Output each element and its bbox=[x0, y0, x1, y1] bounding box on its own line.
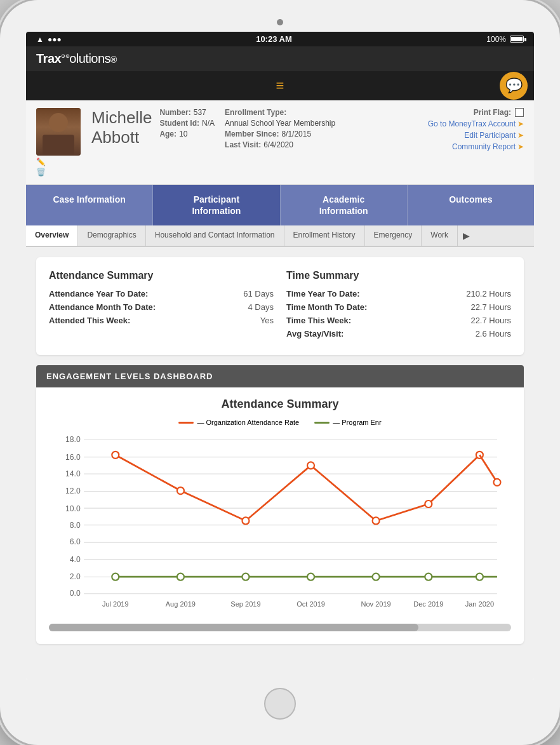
attendance-chart: .grid-line { stroke: #ddd; stroke-width:… bbox=[49, 433, 511, 615]
x-label-dec2019: Dec 2019 bbox=[413, 600, 443, 608]
nav-bar: ≡ 💬 bbox=[26, 71, 534, 100]
prog-point-6 bbox=[425, 574, 432, 581]
org-attendance-line bbox=[116, 455, 480, 521]
org-point-2 bbox=[177, 487, 184, 494]
org-point-5 bbox=[373, 518, 380, 525]
app-header: Trax⊙⊙olutions® bbox=[26, 46, 534, 71]
tab-case-information[interactable]: Case Information bbox=[26, 185, 153, 225]
battery-icon bbox=[510, 36, 524, 43]
org-point-1 bbox=[112, 452, 119, 459]
time-summary-section: Time Summary Time Year To Date: 210.2 Ho… bbox=[286, 270, 511, 342]
info-student-id: Student Id: N/A bbox=[159, 119, 215, 128]
subtab-more-icon[interactable]: ▶ bbox=[458, 225, 475, 246]
prog-point-1 bbox=[112, 574, 119, 581]
time-year-row: Time Year To Date: 210.2 Hours bbox=[286, 289, 511, 299]
tab-outcomes[interactable]: Outcomes bbox=[408, 185, 534, 225]
edit-avatar-icon[interactable]: ✏️ bbox=[36, 158, 84, 166]
profile-area: ✏️ 🗑️ Michelle Abbott Number: 537 bbox=[26, 100, 534, 185]
subtab-demographics[interactable]: Demographics bbox=[78, 225, 145, 246]
chart-legend: — Organization Attendance Rate — Program… bbox=[49, 419, 511, 426]
profile-actions: Print Flag: Go to MoneyTrax Account ➤ Ed… bbox=[428, 108, 524, 151]
home-button[interactable] bbox=[264, 688, 296, 720]
community-report-link[interactable]: Community Report ➤ bbox=[428, 142, 524, 151]
status-bar: ▲ ●●● 10:23 AM 100% bbox=[26, 32, 534, 46]
chart-title: Attendance Summary bbox=[49, 398, 511, 411]
svg-text:18.0: 18.0 bbox=[65, 436, 81, 445]
prog-point-4 bbox=[307, 574, 314, 581]
subtab-enrollment-history[interactable]: Enrollment History bbox=[284, 225, 365, 246]
status-time: 10:23 AM bbox=[256, 34, 292, 44]
tab-participant-information[interactable]: ParticipantInformation bbox=[153, 185, 280, 225]
chart-container: .grid-line { stroke: #ddd; stroke-width:… bbox=[49, 433, 511, 617]
attendance-summary-title: Attendance Summary bbox=[49, 270, 274, 281]
subtab-household[interactable]: Household and Contact Information bbox=[146, 225, 284, 246]
legend-program-line bbox=[314, 422, 330, 424]
chat-button[interactable]: 💬 bbox=[500, 72, 528, 100]
info-col-left: Number: 537 Student Id: N/A Age: 10 bbox=[159, 108, 215, 149]
attendance-summary-section: Attendance Summary Attendance Year To Da… bbox=[49, 270, 274, 342]
sub-tabs: Overview Demographics Household and Cont… bbox=[26, 225, 534, 247]
avg-stay-row: Avg Stay/Visit: 2.6 Hours bbox=[286, 329, 511, 339]
svg-text:4.0: 4.0 bbox=[70, 555, 81, 564]
subtab-emergency[interactable]: Emergency bbox=[365, 225, 422, 246]
svg-text:10.0: 10.0 bbox=[65, 504, 81, 513]
chat-icon: 💬 bbox=[505, 77, 523, 94]
tablet-screen: ▲ ●●● 10:23 AM 100% Trax⊙⊙olutions® ≡ 💬 bbox=[26, 32, 534, 680]
svg-text:2.0: 2.0 bbox=[70, 572, 81, 581]
status-left: ▲ ●●● bbox=[36, 35, 62, 44]
tablet-camera bbox=[277, 19, 283, 25]
print-flag-checkbox[interactable] bbox=[515, 108, 524, 117]
info-col-right: Enrollment Type: Annual School Year Memb… bbox=[225, 108, 335, 149]
arrow-icon: ➤ bbox=[517, 131, 524, 140]
attendance-year-row: Attendance Year To Date: 61 Days bbox=[49, 289, 274, 299]
arrow-icon: ➤ bbox=[517, 142, 524, 151]
tablet-frame: ▲ ●●● 10:23 AM 100% Trax⊙⊙olutions® ≡ 💬 bbox=[0, 0, 560, 745]
profile-info-grid: Number: 537 Student Id: N/A Age: 10 Enro… bbox=[159, 108, 420, 149]
summary-card: Attendance Summary Attendance Year To Da… bbox=[36, 257, 524, 355]
signal-bars: ●●● bbox=[48, 35, 62, 44]
moneytrax-link[interactable]: Go to MoneyTrax Account ➤ bbox=[428, 119, 524, 128]
x-label-nov2019: Nov 2019 bbox=[361, 600, 391, 608]
time-week-row: Time This Week: 22.7 Hours bbox=[286, 316, 511, 325]
svg-point-21 bbox=[493, 479, 500, 486]
chart-card: Attendance Summary — Organization Attend… bbox=[36, 387, 524, 644]
legend-program: — Program Enr bbox=[314, 419, 381, 426]
info-number: Number: 537 bbox=[159, 108, 215, 117]
org-point-3 bbox=[242, 518, 249, 525]
svg-text:8.0: 8.0 bbox=[70, 521, 81, 530]
menu-icon[interactable]: ≡ bbox=[276, 77, 284, 94]
main-tabs: Case Information ParticipantInformation … bbox=[26, 185, 534, 225]
svg-text:16.0: 16.0 bbox=[65, 453, 81, 462]
battery-percent: 100% bbox=[486, 35, 506, 44]
delete-avatar-icon[interactable]: 🗑️ bbox=[36, 168, 84, 177]
subtab-overview[interactable]: Overview bbox=[26, 225, 78, 247]
avatar-image bbox=[36, 108, 81, 156]
info-age: Age: 10 bbox=[159, 130, 215, 138]
avatar-container: ✏️ 🗑️ bbox=[36, 108, 84, 177]
status-right: 100% bbox=[486, 35, 524, 44]
summary-grid: Attendance Summary Attendance Year To Da… bbox=[49, 270, 511, 342]
svg-text:0.0: 0.0 bbox=[70, 589, 81, 598]
legend-org-label: — Organization Attendance Rate bbox=[197, 419, 299, 426]
tab-academic-information[interactable]: AcademicInformation bbox=[281, 185, 408, 225]
x-label-jul2019: Jul 2019 bbox=[102, 600, 129, 608]
content-area: Attendance Summary Attendance Year To Da… bbox=[26, 247, 534, 680]
subtab-work[interactable]: Work bbox=[422, 225, 458, 246]
svg-text:12.0: 12.0 bbox=[65, 487, 81, 495]
info-enrollment-type: Enrollment Type: bbox=[225, 108, 335, 117]
chart-scrollbar[interactable] bbox=[49, 624, 511, 631]
time-summary-title: Time Summary bbox=[286, 270, 511, 281]
edit-participant-link[interactable]: Edit Participant ➤ bbox=[428, 131, 524, 140]
participant-name: Michelle Abbott bbox=[91, 108, 152, 147]
legend-program-label: — Program Enr bbox=[333, 419, 381, 426]
x-label-oct2019: Oct 2019 bbox=[297, 600, 325, 608]
org-point-6 bbox=[425, 500, 432, 507]
prog-point-3 bbox=[242, 574, 249, 581]
print-flag-row: Print Flag: bbox=[428, 108, 524, 117]
wifi-icon: ▲ bbox=[36, 35, 44, 44]
avatar-actions: ✏️ 🗑️ bbox=[36, 158, 84, 177]
legend-org-line bbox=[178, 422, 194, 424]
scrollbar-thumb bbox=[49, 624, 418, 631]
info-last-visit: Last Visit: 6/4/2020 bbox=[225, 140, 335, 149]
prog-point-7 bbox=[476, 574, 483, 581]
